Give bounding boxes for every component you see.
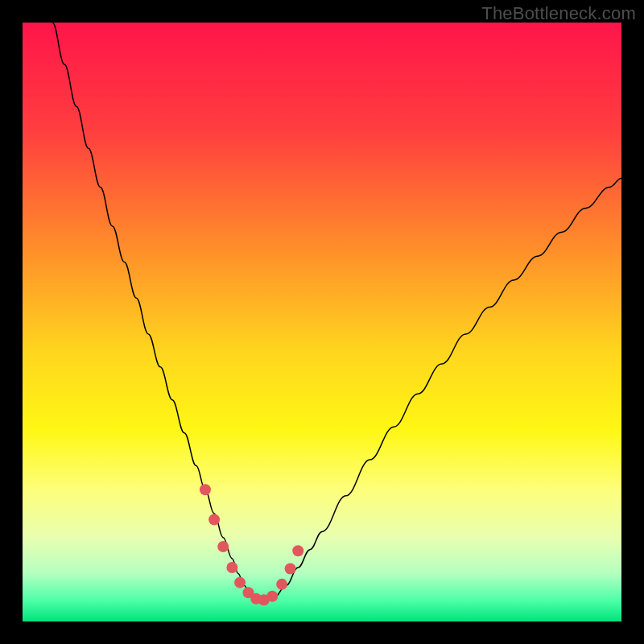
chart-frame: TheBottleneck.com: [0, 0, 644, 644]
svg-point-10: [276, 579, 287, 590]
svg-point-4: [226, 562, 237, 573]
highlight-dots: [200, 484, 303, 605]
watermark-text: TheBottleneck.com: [481, 3, 636, 24]
svg-point-1: [200, 484, 211, 495]
svg-point-11: [285, 564, 296, 575]
curve-layer: [23, 23, 621, 621]
svg-point-9: [266, 591, 278, 602]
svg-point-2: [208, 514, 220, 526]
svg-point-12: [292, 545, 303, 556]
bottleneck-curve: [52, 23, 621, 604]
plot-area: [23, 23, 621, 621]
svg-point-5: [234, 577, 246, 588]
svg-point-3: [217, 541, 229, 552]
